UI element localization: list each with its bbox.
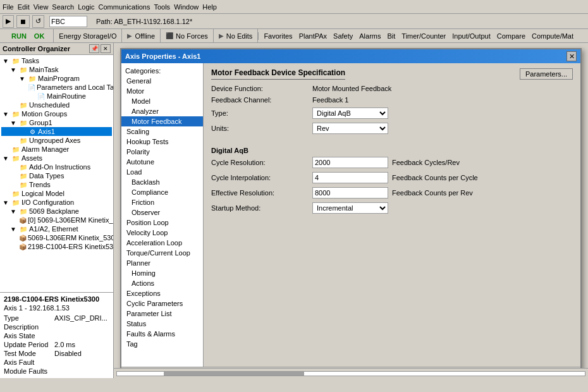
cat-compliance[interactable]: Compliance [121, 187, 203, 197]
forces-status[interactable]: ⬛ No Forces [161, 29, 214, 43]
offline-status[interactable]: ▶ Offline [122, 29, 161, 43]
menu-logic[interactable]: Logic [78, 3, 94, 11]
cat-load[interactable]: Load [121, 167, 203, 177]
tree-5069-l306[interactable]: 📦[0] 5069-L306ERM Kinetix_5... [1, 216, 112, 224]
cat-motor[interactable]: Motor [121, 86, 203, 96]
panel-close-btn[interactable]: ✕ [101, 44, 111, 53]
tree-5069-backplane[interactable]: ▼📁5069 Backplane [1, 207, 112, 216]
cat-motor-feedback[interactable]: Motor Feedback [121, 116, 203, 126]
tree-logical-model[interactable]: 📁Logical Model [1, 189, 112, 198]
menu-view[interactable]: View [34, 3, 49, 11]
bit-tab[interactable]: Bit [387, 32, 395, 40]
dialog-close-button[interactable]: ✕ [567, 51, 577, 61]
favorites-tab[interactable]: Favorites [264, 32, 292, 40]
cat-actions[interactable]: Actions [121, 278, 203, 288]
tree-datatypes[interactable]: 📁Data Types [1, 171, 112, 180]
menu-file[interactable]: File [3, 3, 14, 11]
energy-status: Energy Storage I/O [54, 29, 122, 43]
tree-alarm-manager[interactable]: 📁Alarm Manager [1, 145, 112, 154]
status-bar: RUN OK Energy Storage I/O ▶ Offline ⬛ No… [0, 29, 588, 43]
cycle-resolution-input[interactable] [312, 157, 388, 168]
type-prop-label: Type: [211, 109, 312, 117]
toolbar-btn-1[interactable]: ▶ [3, 15, 14, 28]
tree-assets[interactable]: ▼📁Assets [1, 154, 112, 162]
cat-homing[interactable]: Homing [121, 268, 203, 278]
tree-ungrouped[interactable]: 📁Ungrouped Axes [1, 136, 112, 145]
cat-param-list[interactable]: Parameter List [121, 309, 203, 319]
cat-torque-loop[interactable]: Torque/Current Loop [121, 248, 203, 258]
cat-polarity[interactable]: Polarity [121, 147, 203, 157]
menu-edit[interactable]: Edit [18, 3, 30, 11]
cat-scaling[interactable]: Scaling [121, 126, 203, 137]
tree-trends[interactable]: 📁Trends [1, 180, 112, 189]
right-content-area: Axis Properties - Axis1 ✕ Categories: Ge… [114, 43, 588, 378]
cycle-interpolation-input[interactable] [312, 172, 388, 183]
tree-mainroutine[interactable]: 📄MainRoutine [1, 92, 112, 101]
cat-analyzer[interactable]: Analyzer [121, 106, 203, 116]
toolbar-btn-3[interactable]: ↺ [32, 15, 44, 28]
main-layout: Controller Organizer 📌 ✕ ▼📁Tasks ▼📁MainT… [0, 43, 588, 378]
tree-unscheduled[interactable]: 📁Unscheduled [1, 101, 112, 109]
tree-mainprogram[interactable]: ▼📁MainProgram [1, 74, 112, 83]
cat-observer[interactable]: Observer [121, 207, 203, 217]
axis-properties-dialog: Axis Properties - Axis1 ✕ Categories: Ge… [120, 48, 582, 378]
cat-exceptions[interactable]: Exceptions [121, 288, 203, 298]
tree-motion-groups[interactable]: ▼📁Motion Groups [1, 109, 112, 118]
cat-velocity-loop[interactable]: Velocity Loop [121, 228, 203, 238]
tree-a1a2-ethernet[interactable]: ▼📁A1/A2, Ethernet [1, 224, 112, 233]
startup-method-select[interactable]: Incremental Absolute [312, 202, 388, 214]
cat-cyclic-params[interactable]: Cyclic Parameters [121, 298, 203, 309]
cat-accel-loop[interactable]: Acceleration Loop [121, 238, 203, 248]
parameters-button[interactable]: Parameters... [520, 68, 573, 80]
input-tab[interactable]: Input/Output [452, 32, 491, 40]
menu-window[interactable]: Window [174, 3, 199, 11]
update-period-label: Update Period [4, 341, 54, 348]
cat-hookup[interactable]: Hookup Tests [121, 137, 203, 147]
cat-backlash[interactable]: Backlash [121, 177, 203, 187]
compute-tab[interactable]: Compute/Mat [532, 32, 573, 40]
cat-friction[interactable]: Friction [121, 197, 203, 207]
panel-pin-btn[interactable]: 📌 [89, 44, 99, 53]
test-mode-label: Test Mode [4, 350, 54, 357]
cycle-resolution-label: Cycle Resolution: [211, 159, 312, 166]
cat-faults[interactable]: Faults & Alarms [121, 329, 203, 339]
plantpax-tab[interactable]: PlantPAx [299, 32, 327, 40]
compare-tab[interactable]: Compare [497, 32, 525, 40]
tree-io-config[interactable]: ▼📁I/O Configuration [1, 198, 112, 207]
axis-state-label-bottom: Axis State [4, 332, 54, 340]
menu-tools[interactable]: Tools [154, 3, 170, 11]
tree-parameters[interactable]: 📄Parameters and Local Tag [1, 83, 112, 92]
tree-addon[interactable]: 📁Add-On Instructions [1, 162, 112, 171]
cat-tag[interactable]: Tag [121, 339, 203, 349]
tree-maintask[interactable]: ▼📁MainTask [1, 65, 112, 74]
menu-search[interactable]: Search [52, 3, 74, 11]
timer-tab[interactable]: Timer/Counter [401, 32, 446, 40]
cat-position-loop[interactable]: Position Loop [121, 217, 203, 228]
tree-axis1[interactable]: ⚙Axis1 [1, 127, 112, 136]
alarms-tab[interactable]: Alarms [359, 32, 381, 40]
edits-status[interactable]: ▶ No Edits [214, 29, 259, 43]
units-row: Units: Rev mm [211, 123, 573, 134]
cat-planner[interactable]: Planner [121, 258, 203, 268]
cat-autotune[interactable]: Autotune [121, 157, 203, 167]
toolbar-btn-2[interactable]: ⏹ [16, 15, 30, 28]
dialog-title: Axis Properties - Axis1 [125, 52, 200, 60]
feedback-channel-value: Feedback 1 [312, 96, 348, 104]
units-select[interactable]: Rev mm [312, 123, 388, 134]
safety-tab[interactable]: Safety [333, 32, 353, 40]
type-select[interactable]: Digital AqB Absolute [312, 107, 388, 119]
menu-communications[interactable]: Communications [99, 3, 150, 11]
tree-group1[interactable]: ▼📁Group1 [1, 118, 112, 127]
cat-general[interactable]: General [121, 76, 203, 86]
tree-tasks[interactable]: ▼📁Tasks [1, 56, 112, 65]
cat-model[interactable]: Model [121, 96, 203, 106]
tree-kinetix5300-2[interactable]: 📦2198-C1004-ERS Kinetix530... [1, 242, 112, 251]
menu-help[interactable]: Help [202, 3, 217, 11]
module-faults-label: Module Faults [4, 367, 54, 375]
controller-combo[interactable] [49, 16, 87, 27]
effective-resolution-input[interactable] [312, 187, 388, 199]
tree-kinetix5300-1[interactable]: 📦5069-L306ERM Kinetix_5300... [1, 233, 112, 242]
io-label: I/O [107, 32, 117, 40]
path-display: Path: AB_ETH-1\192.168.1.12* [96, 18, 192, 25]
cat-status[interactable]: Status [121, 319, 203, 329]
